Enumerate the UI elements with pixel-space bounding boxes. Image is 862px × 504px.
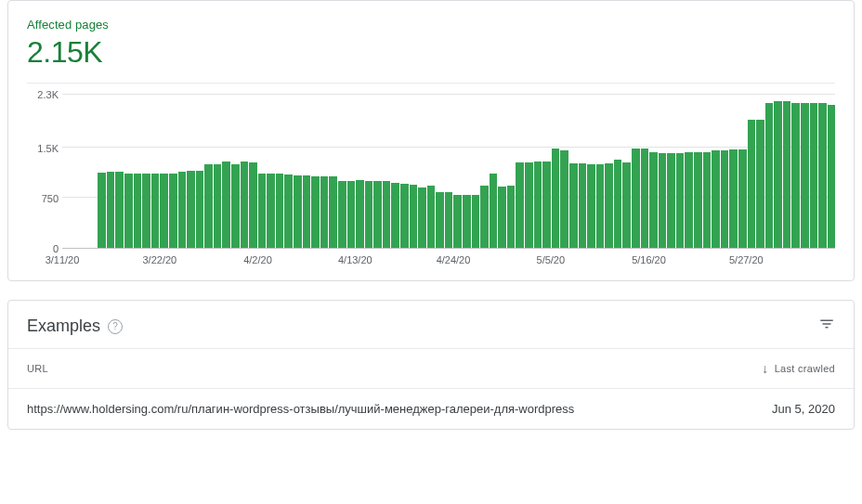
card-header: Affected pages 2.15K	[8, 1, 854, 89]
y-tick-label: 2.3K	[27, 89, 59, 100]
bar	[373, 181, 382, 248]
bar	[828, 105, 836, 248]
examples-header: Examples ?	[8, 301, 854, 349]
metric-value: 2.15K	[27, 35, 835, 70]
bar	[498, 187, 506, 248]
x-tick-label: 3/11/20	[46, 254, 80, 265]
bar	[560, 150, 568, 248]
bar	[810, 103, 818, 248]
bar	[142, 174, 150, 248]
bar	[284, 174, 293, 248]
x-tick-label: 4/2/20	[243, 254, 272, 265]
bar	[204, 164, 213, 248]
bar	[124, 174, 133, 248]
bar	[818, 103, 827, 248]
bar	[178, 172, 187, 249]
bar	[685, 152, 693, 248]
bar	[160, 174, 168, 248]
bar	[783, 101, 791, 248]
x-axis: 3/11/203/22/204/2/204/13/204/24/205/5/20…	[62, 254, 835, 269]
bar	[801, 103, 809, 248]
bar	[659, 153, 667, 248]
bar	[534, 162, 542, 248]
affected-pages-card: Affected pages 2.15K 07501.5K2.3K 3/11/2…	[7, 0, 855, 281]
y-tick-label: 1.5K	[27, 143, 59, 154]
y-tick-label: 750	[27, 193, 59, 204]
bar	[303, 175, 311, 248]
help-icon[interactable]: ?	[108, 319, 123, 334]
bar	[552, 149, 560, 248]
filter-icon[interactable]	[818, 316, 835, 337]
x-tick-label: 5/27/20	[729, 254, 764, 265]
bar	[134, 174, 142, 248]
bar	[569, 163, 578, 248]
bar	[542, 162, 551, 248]
plot-area	[62, 95, 835, 249]
bar	[516, 162, 524, 248]
bar	[729, 149, 738, 248]
bar	[249, 162, 257, 248]
table-header-row: URL ↓ Last crawled	[8, 349, 854, 389]
bar	[320, 176, 329, 248]
bar	[391, 183, 399, 248]
url-cell: https://www.holdersing.com/ru/плагин-wor…	[27, 402, 574, 416]
bar	[596, 164, 605, 248]
bar	[480, 186, 489, 248]
bar	[347, 181, 356, 248]
bar	[436, 192, 444, 248]
bar	[427, 186, 436, 248]
bar	[507, 186, 516, 248]
metric-label: Affected pages	[27, 18, 835, 32]
bar	[410, 185, 418, 248]
bar	[294, 175, 302, 248]
bar	[151, 174, 160, 248]
bar	[107, 172, 115, 248]
bar	[632, 149, 640, 248]
bar	[490, 174, 498, 248]
table-row[interactable]: https://www.holdersing.com/ru/плагин-wor…	[8, 389, 854, 429]
bar	[579, 163, 587, 248]
x-tick-label: 3/22/20	[142, 254, 176, 265]
bar	[676, 153, 685, 248]
sort-arrow-down-icon: ↓	[762, 362, 768, 375]
x-tick-label: 4/24/20	[437, 254, 471, 265]
bar	[329, 176, 337, 248]
bar	[605, 163, 613, 248]
x-tick-label: 5/16/20	[632, 254, 666, 265]
bar	[222, 162, 230, 248]
bar	[472, 195, 480, 248]
bar	[418, 187, 426, 248]
bar	[356, 180, 364, 248]
bar	[738, 149, 747, 248]
bar	[214, 164, 222, 248]
bar	[169, 174, 177, 248]
bar	[791, 103, 800, 248]
bar	[703, 152, 712, 248]
bar	[721, 150, 729, 248]
bar	[667, 153, 675, 248]
bar	[400, 184, 409, 248]
bar	[748, 120, 756, 248]
bar	[231, 164, 240, 248]
bar	[587, 164, 595, 248]
bar	[311, 176, 320, 248]
examples-title: Examples	[27, 317, 100, 336]
bar	[641, 149, 649, 248]
bar-chart: 07501.5K2.3K 3/11/203/22/204/2/204/13/20…	[8, 89, 854, 275]
x-tick-label: 4/13/20	[338, 254, 372, 265]
date-cell: Jun 5, 2020	[772, 402, 835, 416]
column-last-crawled-header[interactable]: ↓ Last crawled	[762, 362, 835, 375]
bar	[115, 172, 124, 248]
bar	[267, 174, 275, 248]
column-url-header: URL	[27, 363, 48, 374]
bar	[445, 192, 453, 248]
bar	[614, 160, 622, 248]
bar	[241, 162, 249, 248]
y-axis: 07501.5K2.3K	[27, 95, 59, 249]
bar	[187, 171, 195, 248]
bar	[765, 103, 774, 248]
bar	[338, 181, 346, 248]
examples-card: Examples ? URL ↓ Last crawled https://ww…	[7, 300, 855, 430]
bar	[622, 162, 631, 248]
y-tick-label: 0	[27, 243, 59, 254]
